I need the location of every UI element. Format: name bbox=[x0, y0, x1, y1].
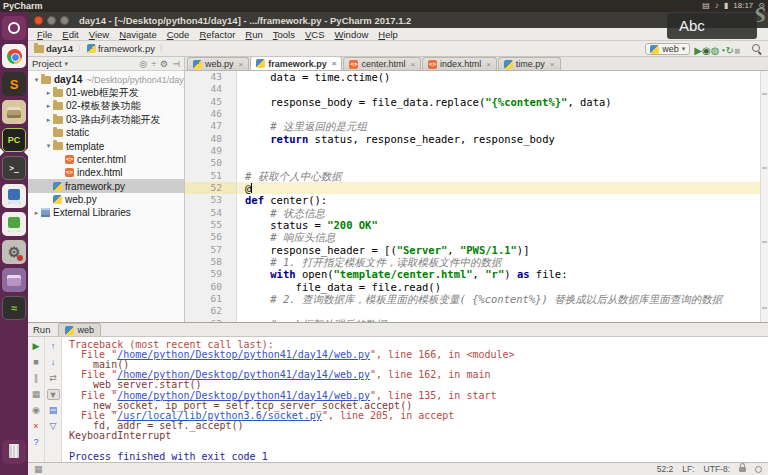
tab-time.py[interactable]: time.py× bbox=[498, 57, 561, 70]
launcher-chromium-icon[interactable] bbox=[2, 44, 26, 68]
pin-tab-button[interactable]: ◉ bbox=[30, 405, 43, 416]
launcher-ubuntu-dash-icon[interactable] bbox=[2, 16, 26, 40]
code-line-61[interactable]: 61 # 2. 查询数据库，模板里面的模板变量( {%content%}) 替换… bbox=[185, 293, 760, 305]
battery-icon[interactable]: ▮ bbox=[724, 0, 728, 12]
caret-position-widget[interactable]: 52:2 bbox=[657, 464, 674, 474]
code-line-63[interactable]: 63 # web框架处理后的数据 bbox=[185, 318, 760, 322]
stack-trace-link[interactable]: /home/python/Desktop/python41/day14/web.… bbox=[117, 349, 370, 360]
tree-item-day14[interactable]: ▾day14~/Desktop/python41/day14 bbox=[28, 73, 184, 86]
run-button[interactable]: ▶ bbox=[694, 45, 702, 56]
breadcrumb-framework.py[interactable]: framework.py bbox=[98, 43, 155, 54]
menu-help[interactable]: Help bbox=[373, 29, 403, 40]
menu-tools[interactable]: Tools bbox=[268, 29, 300, 40]
coverage-button[interactable]: ◍ bbox=[711, 45, 720, 56]
tab-web.py[interactable]: web.py× bbox=[187, 57, 249, 70]
collapse-all-icon[interactable]: ÷ bbox=[151, 59, 156, 69]
stop-button[interactable]: ■ bbox=[734, 45, 740, 56]
close-tab-icon[interactable]: × bbox=[332, 59, 337, 68]
launcher-sublime-text-icon[interactable]: S bbox=[2, 72, 26, 96]
window-minimize-icon[interactable] bbox=[47, 16, 56, 25]
error-stripe-scrollbar[interactable] bbox=[760, 71, 768, 322]
tree-item-01-web框架开发[interactable]: ▸01-web框架开发 bbox=[28, 86, 184, 99]
tree-item-static[interactable]: static bbox=[28, 126, 184, 139]
search-everywhere-icon[interactable] bbox=[752, 44, 762, 54]
code-line-47[interactable]: 47 # 这里返回的是元组 bbox=[185, 120, 760, 132]
tree-item-index.html[interactable]: <>index.html bbox=[28, 166, 184, 179]
line-separator-widget[interactable]: LF: bbox=[682, 464, 694, 474]
code-lines[interactable]: 43 data = time.ctime()4445 response_body… bbox=[185, 71, 760, 322]
run-tab-web[interactable]: web bbox=[58, 323, 101, 336]
keyboard-indicator-icon[interactable]: ▤ bbox=[702, 0, 710, 12]
soft-wrap-button[interactable]: ⇄ bbox=[47, 373, 60, 384]
print-button[interactable]: ▤ bbox=[47, 405, 60, 416]
hide-panel-icon[interactable]: ⊣ bbox=[172, 59, 180, 69]
tree-item-web.py[interactable]: web.py bbox=[28, 193, 184, 206]
encoding-widget[interactable]: UTF-8: bbox=[704, 464, 730, 474]
close-tab-icon[interactable]: × bbox=[550, 60, 555, 69]
launcher-software-center-icon[interactable] bbox=[2, 268, 26, 292]
tree-chevron-icon[interactable]: ▸ bbox=[32, 209, 41, 217]
inspection-profile-icon[interactable] bbox=[755, 466, 762, 473]
tree-chevron-icon[interactable]: ▾ bbox=[32, 76, 41, 84]
code-line-46[interactable]: 46 bbox=[185, 108, 760, 120]
tab-index.html[interactable]: <>index.html× bbox=[422, 57, 497, 70]
code-line-53[interactable]: 53def center(): bbox=[185, 194, 760, 206]
code-line-43[interactable]: 43 data = time.ctime() bbox=[185, 71, 760, 83]
run-configuration-select[interactable]: web ▾ bbox=[645, 43, 690, 55]
menu-navigate[interactable]: Navigate bbox=[114, 29, 162, 40]
tree-item-03-路由列表功能开发[interactable]: ▸03-路由列表功能开发 bbox=[28, 113, 184, 126]
tree-item-template[interactable]: ▾template bbox=[28, 139, 184, 152]
launcher-files-icon[interactable] bbox=[2, 100, 26, 124]
code-line-51[interactable]: 51# 获取个人中心数据 bbox=[185, 170, 760, 182]
launcher-pycharm-icon[interactable]: PC bbox=[2, 128, 26, 152]
tab-center.html[interactable]: <>center.html× bbox=[343, 57, 421, 70]
code-line-52[interactable]: 52@ bbox=[185, 182, 760, 194]
project-panel-header[interactable]: Project ▾ ◎÷⚙⊣ bbox=[28, 57, 184, 71]
code-line-59[interactable]: 59 with open("template/center.html", "r"… bbox=[185, 268, 760, 280]
clock[interactable]: 18:17 bbox=[733, 0, 753, 12]
menu-run[interactable]: Run bbox=[240, 29, 267, 40]
stop-button[interactable]: ■ bbox=[30, 357, 43, 368]
close-button[interactable]: × bbox=[30, 421, 43, 432]
menu-refactor[interactable]: Refactor bbox=[194, 29, 240, 40]
tree-chevron-icon[interactable]: ▸ bbox=[44, 102, 53, 110]
help-button[interactable]: ? bbox=[30, 437, 43, 448]
launcher-terminal-icon[interactable]: >_ bbox=[2, 156, 26, 180]
close-tab-icon[interactable]: × bbox=[486, 60, 491, 69]
menu-edit[interactable]: Edit bbox=[57, 29, 83, 40]
tree-chevron-icon[interactable]: ▾ bbox=[44, 142, 53, 150]
tree-item-02-模板替换功能[interactable]: ▸02-模板替换功能 bbox=[28, 100, 184, 113]
tree-item-framework.py[interactable]: framework.py bbox=[28, 179, 184, 192]
rerun-button[interactable]: ▶ bbox=[30, 341, 43, 352]
menu-view[interactable]: View bbox=[84, 29, 114, 40]
code-editor[interactable]: 43 data = time.ctime()4445 response_body… bbox=[185, 71, 768, 322]
code-line-45[interactable]: 45 response_body = file_data.replace("{%… bbox=[185, 96, 760, 108]
restore-layout-button[interactable]: ▦ bbox=[30, 389, 43, 400]
debug-button[interactable]: ◉ bbox=[702, 45, 711, 56]
menu-code[interactable]: Code bbox=[162, 29, 195, 40]
rerun-button[interactable]: ↻ bbox=[726, 45, 734, 56]
code-line-60[interactable]: 60 file_data = file.read() bbox=[185, 281, 760, 293]
close-tab-icon[interactable]: × bbox=[410, 60, 415, 69]
launcher-trash-icon[interactable] bbox=[2, 440, 26, 464]
readonly-lock-icon[interactable] bbox=[739, 467, 746, 472]
window-maximize-icon[interactable] bbox=[60, 16, 69, 25]
code-line-56[interactable]: 56 # 响应头信息 bbox=[185, 231, 760, 243]
code-line-57[interactable]: 57 response_header = [("Server", "PWS/1.… bbox=[185, 244, 760, 256]
close-tab-icon[interactable]: × bbox=[239, 60, 244, 69]
tree-chevron-icon[interactable]: ▸ bbox=[44, 89, 53, 97]
launcher-system-monitor-icon[interactable]: ≈ bbox=[2, 296, 26, 320]
code-line-49[interactable]: 49 bbox=[185, 145, 760, 157]
code-line-58[interactable]: 58 # 1. 打开指定模板文件，读取模板文件中的数据 bbox=[185, 256, 760, 268]
volume-icon[interactable]: ♪ bbox=[715, 0, 719, 12]
launcher-system-settings-icon[interactable]: ⚙ bbox=[2, 240, 26, 264]
menu-file[interactable]: File bbox=[32, 29, 57, 40]
code-line-44[interactable]: 44 bbox=[185, 83, 760, 95]
pause-output-button[interactable]: ∥ bbox=[30, 373, 43, 384]
tree-item-External Libraries[interactable]: ▸External Libraries bbox=[28, 206, 184, 219]
code-line-48[interactable]: 48 return status, response_header, respo… bbox=[185, 133, 760, 145]
up-stack-trace-button[interactable]: ↑ bbox=[47, 341, 60, 352]
scroll-to-end-button[interactable]: ▼ bbox=[47, 389, 60, 400]
menu-vcs[interactable]: VCS bbox=[300, 29, 330, 40]
down-stack-trace-button[interactable]: ↓ bbox=[47, 357, 60, 368]
